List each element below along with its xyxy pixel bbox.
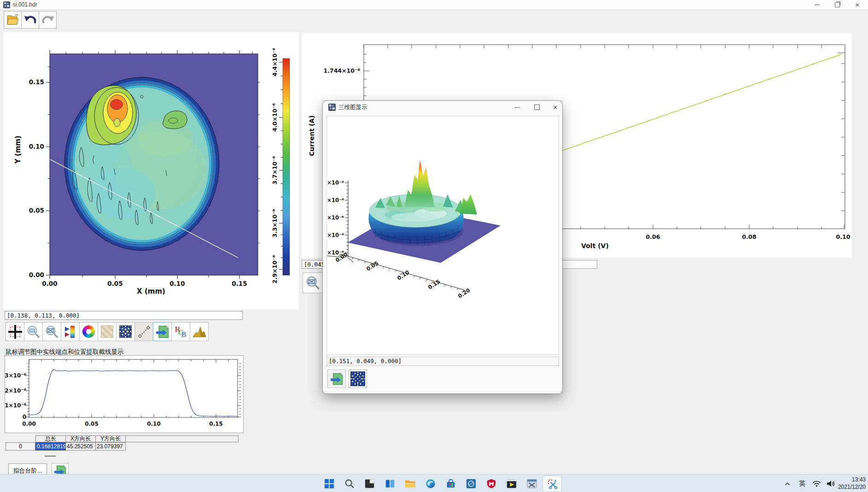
profile-ytick-1: 2×10⁻⁶	[5, 388, 26, 394]
zoom-in-tool-button[interactable]	[24, 322, 43, 341]
contour-panel: 0.15 0.10 0.05 0.00 0.00 0.05 0.10 0.15 …	[4, 32, 299, 309]
surface-main-peak	[404, 160, 435, 207]
iv-ylabel: Current (A)	[308, 116, 315, 156]
start-button[interactable]	[319, 475, 339, 492]
tray-chevron-button[interactable]	[782, 475, 793, 492]
surface3d-icon	[192, 325, 207, 338]
popup-3d-canvas[interactable]: 5×10⁻⁶ 0×10⁻⁶ 5×10⁻⁶ 0×10⁻⁶ 5×10⁻⁶ 0.00 …	[326, 116, 559, 355]
mcafee-button[interactable]	[481, 475, 501, 492]
table-row[interactable]: 0.16812819 45.252505 23.079397	[35, 442, 239, 451]
iv-xtick-1: 0.08	[742, 233, 757, 240]
mcafee-shield-icon	[486, 479, 496, 489]
task-view-button[interactable]	[380, 475, 400, 492]
blue-pattern-icon	[119, 325, 132, 338]
close-icon: ✕	[553, 104, 558, 111]
profile-panel: 3×10⁻⁶ 2×10⁻⁶ 1×10⁻⁶ 0 0.00 0.05 0.10 0.…	[5, 355, 244, 433]
undo-button[interactable]	[21, 11, 39, 29]
contour-coords-readout: [0.138, 0.113, 0.000]	[5, 311, 243, 320]
taskbar-app-window-x[interactable]	[522, 475, 542, 492]
iv-zoom-out-button[interactable]	[303, 272, 323, 293]
taskbar: 英 13:43 2021/12/20	[0, 474, 868, 492]
colorwheel-tool-button[interactable]	[79, 322, 98, 341]
ime-indicator[interactable]: 英	[796, 475, 809, 492]
colorbar-tick-3: 3.3×10⁻⁶	[271, 209, 278, 237]
pattern-tool-button[interactable]	[116, 322, 135, 341]
cell-x-length[interactable]: 45.252505	[66, 442, 96, 451]
cell-y-length[interactable]: 23.079397	[96, 442, 126, 451]
measure-table-header: 总长 X方向长 Y方向长	[35, 435, 239, 442]
resize-handle[interactable]	[45, 456, 56, 457]
close-button[interactable]: ✕	[847, 0, 868, 10]
blue-circle-app-icon	[466, 479, 476, 489]
minimize-icon	[815, 5, 820, 5]
blue-pattern-icon	[350, 371, 365, 386]
zoom-in-icon	[27, 325, 41, 339]
zoom-out-icon	[306, 276, 320, 290]
search-icon	[344, 479, 355, 489]
taskbar-app-blue[interactable]	[461, 475, 481, 492]
zoom-out-tool-button[interactable]	[42, 322, 61, 341]
open-file-button[interactable]	[4, 11, 22, 29]
taskbar-app-terminal[interactable]	[501, 475, 522, 492]
profile-ytick-2: 1×10⁻⁶	[5, 402, 26, 409]
crosshair-tool-button[interactable]	[6, 322, 24, 341]
edge-browser-button[interactable]	[420, 475, 441, 492]
popup-title-bar[interactable]: 三维图显示 ✕	[323, 101, 562, 114]
table-row-index[interactable]: 0	[6, 442, 35, 451]
surface-xtick-3: 0.15	[427, 278, 441, 290]
cell-total-length[interactable]: 0.16812819	[35, 442, 66, 451]
popup-3d-window: 三维图显示 ✕	[322, 100, 563, 394]
speaker-icon	[827, 480, 835, 487]
linecut-tool-button[interactable]	[134, 322, 153, 341]
taskbar-app-dark[interactable]	[360, 475, 380, 492]
export-icon	[330, 372, 344, 386]
colorscale-tool-button[interactable]	[61, 322, 80, 341]
search-button[interactable]	[339, 475, 360, 492]
wifi-icon	[812, 480, 821, 487]
minimize-button[interactable]	[807, 0, 827, 10]
contour-xtick-3: 0.15	[232, 280, 247, 287]
contour-ylabel: Y (mm)	[14, 135, 22, 164]
contour-ytick-0: 0.15	[29, 78, 44, 86]
colorbar-tick-4: 2.9×10⁻⁶	[271, 255, 278, 284]
windows-start-icon	[324, 479, 334, 489]
rgb-tool-button[interactable]: R G B	[171, 322, 190, 341]
surface-xtick-4: 0.20	[457, 287, 471, 299]
contour-plot[interactable]: 0.15 0.10 0.05 0.00 0.00 0.05 0.10 0.15 …	[4, 32, 299, 309]
contour-xtick-2: 0.10	[169, 280, 185, 287]
popup-pattern-button[interactable]	[349, 370, 367, 388]
profile-plot[interactable]: 3×10⁻⁶ 2×10⁻⁶ 1×10⁻⁶ 0 0.00 0.05 0.10 0.…	[5, 356, 243, 433]
colorbar-tick-1: 4.0×10⁻⁶	[271, 103, 278, 132]
contour-ytick-3: 0.00	[29, 271, 44, 278]
popup-maximize-button[interactable]	[529, 101, 545, 113]
active-app-button[interactable]	[542, 475, 562, 492]
clock[interactable]: 13:43 2021/12/20	[837, 475, 866, 492]
terminal-app-icon	[507, 479, 517, 489]
colorwheel-icon	[82, 325, 95, 338]
dark-app-icon	[365, 479, 375, 489]
open-folder-icon	[6, 14, 20, 26]
export-tool-button[interactable]	[153, 322, 172, 341]
restore-button[interactable]	[827, 0, 847, 10]
wifi-button[interactable]	[810, 475, 822, 492]
popup-export-button[interactable]	[327, 370, 346, 388]
zoom-out-icon	[45, 325, 59, 339]
surface3d-tool-button[interactable]	[190, 322, 209, 341]
clock-time: 13:43	[852, 476, 866, 484]
colorbar-tick-2: 3.7×10⁻⁶	[271, 156, 278, 185]
contour-ytick-1: 0.10	[29, 143, 44, 150]
active-app-icon	[547, 478, 558, 489]
volume-button[interactable]	[824, 475, 837, 492]
window-title: si.001.hdr	[13, 0, 37, 10]
popup-minimize-button[interactable]	[509, 101, 525, 113]
surface-ztick-0: 5×10⁻⁶	[327, 179, 344, 186]
store-button[interactable]	[441, 475, 461, 492]
main-title-bar[interactable]: si.001.hdr ✕	[0, 0, 868, 10]
colorbar-tick-0: 4.4×10⁻⁶	[271, 48, 278, 76]
popup-close-button[interactable]: ✕	[548, 101, 563, 113]
texture-tool-button[interactable]	[98, 322, 117, 341]
window-x-app-icon	[527, 479, 537, 489]
file-explorer-button[interactable]	[400, 475, 420, 492]
restore-icon	[835, 2, 840, 7]
redo-button[interactable]	[39, 11, 57, 29]
